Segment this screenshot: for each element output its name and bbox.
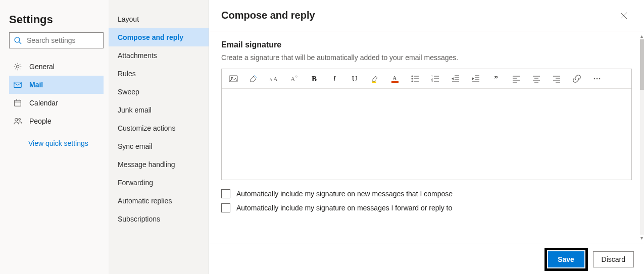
mid-item-sync-email[interactable]: Sync email: [109, 137, 209, 155]
close-button[interactable]: [616, 8, 632, 24]
signature-textarea[interactable]: [222, 89, 631, 180]
mail-icon: [13, 80, 22, 89]
format-painter-icon[interactable]: [249, 74, 258, 83]
check-label: Automatically include my signature on ne…: [236, 190, 453, 198]
svg-point-2: [16, 65, 19, 68]
svg-point-21: [412, 76, 413, 77]
save-button[interactable]: Save: [548, 251, 584, 267]
quote-icon[interactable]: ”: [491, 74, 501, 83]
indent-icon[interactable]: [471, 74, 480, 83]
link-icon[interactable]: [572, 74, 581, 83]
svg-point-53: [594, 78, 596, 80]
settings-sidebar: Settings General Mail Calendar People: [0, 0, 109, 274]
svg-text:3: 3: [431, 80, 433, 83]
svg-rect-20: [391, 81, 399, 83]
mid-item-junk-email[interactable]: Junk email: [109, 101, 209, 119]
gear-icon: [13, 62, 22, 71]
people-icon: [13, 117, 22, 126]
font-color-icon[interactable]: A: [390, 74, 400, 83]
nav-item-general[interactable]: General: [9, 58, 104, 76]
scrollbar-thumb[interactable]: [640, 39, 644, 90]
editor-toolbar: AA A◇ B I U A: [222, 69, 631, 89]
nav-label: Calendar: [29, 99, 58, 107]
italic-icon[interactable]: I: [330, 74, 339, 83]
discard-button[interactable]: Discard: [593, 251, 634, 267]
search-settings-field[interactable]: [9, 32, 104, 48]
highlight-icon[interactable]: [370, 74, 379, 83]
bold-icon[interactable]: B: [310, 74, 319, 83]
font-family-icon[interactable]: AA: [269, 74, 278, 83]
mid-item-layout[interactable]: Layout: [109, 10, 209, 28]
checkbox-forward-reply[interactable]: [221, 203, 230, 212]
underline-icon[interactable]: U: [350, 74, 359, 83]
svg-point-55: [599, 78, 601, 80]
svg-point-8: [15, 119, 18, 121]
settings-nav: General Mail Calendar People: [9, 58, 104, 130]
more-options-icon[interactable]: [592, 74, 602, 83]
view-quick-settings-link[interactable]: View quick settings: [28, 139, 104, 147]
scroll-up-icon[interactable]: ▴: [640, 33, 643, 39]
pane-footer: Save Discard: [209, 244, 644, 274]
search-icon: [14, 36, 22, 44]
mid-item-sweep[interactable]: Sweep: [109, 83, 209, 101]
mail-settings-list: Layout Compose and reply Attachments Rul…: [109, 0, 209, 274]
svg-rect-3: [14, 82, 21, 88]
section-description: Create a signature that will be automati…: [221, 53, 632, 62]
numbered-list-icon[interactable]: 123: [431, 74, 440, 83]
bullet-list-icon[interactable]: [411, 74, 420, 83]
pane-body: Email signature Create a signature that …: [209, 31, 644, 244]
mid-item-subscriptions[interactable]: Subscriptions: [109, 210, 209, 228]
mid-item-compose-reply[interactable]: Compose and reply: [109, 28, 209, 46]
svg-point-13: [231, 77, 233, 79]
calendar-icon: [13, 98, 22, 107]
main-pane: Compose and reply Email signature Create…: [209, 0, 644, 274]
section-title: Email signature: [221, 40, 632, 49]
nav-label: General: [29, 63, 55, 71]
pane-title: Compose and reply: [221, 10, 315, 21]
nav-item-people[interactable]: People: [9, 112, 104, 130]
signature-options: Automatically include my signature on ne…: [221, 189, 632, 212]
insert-image-icon[interactable]: [229, 74, 238, 83]
align-left-icon[interactable]: [512, 74, 521, 83]
settings-title: Settings: [9, 13, 104, 26]
align-right-icon[interactable]: [552, 74, 561, 83]
signature-editor: AA A◇ B I U A: [221, 69, 632, 180]
mid-item-rules[interactable]: Rules: [109, 65, 209, 83]
check-row-new-messages: Automatically include my signature on ne…: [221, 189, 632, 198]
svg-line-1: [19, 42, 21, 44]
outdent-icon[interactable]: [451, 74, 460, 83]
scroll-down-icon[interactable]: ▾: [640, 235, 643, 241]
mid-item-attachments[interactable]: Attachments: [109, 46, 209, 65]
pane-header: Compose and reply: [209, 0, 644, 31]
checkbox-new-messages[interactable]: [221, 189, 230, 198]
mid-item-forwarding[interactable]: Forwarding: [109, 174, 209, 192]
svg-rect-4: [15, 100, 21, 106]
close-icon: [620, 12, 627, 19]
svg-text:A: A: [269, 77, 273, 82]
check-row-forward-reply: Automatically include my signature on me…: [221, 203, 632, 212]
mid-item-message-handling[interactable]: Message handling: [109, 155, 209, 174]
mid-item-customize-actions[interactable]: Customize actions: [109, 119, 209, 137]
font-size-icon[interactable]: A◇: [289, 74, 299, 83]
mid-item-automatic-replies[interactable]: Automatic replies: [109, 192, 209, 210]
svg-point-25: [412, 81, 413, 82]
nav-label: Mail: [29, 81, 43, 89]
svg-point-23: [412, 78, 413, 79]
svg-text:◇: ◇: [295, 75, 298, 78]
check-label: Automatically include my signature on me…: [236, 204, 452, 212]
align-center-icon[interactable]: [532, 74, 541, 83]
svg-text:A: A: [273, 76, 278, 83]
save-button-highlight: Save: [544, 248, 588, 271]
nav-label: People: [29, 117, 52, 125]
svg-point-9: [19, 119, 21, 121]
nav-item-calendar[interactable]: Calendar: [9, 94, 104, 112]
svg-point-0: [15, 37, 20, 42]
svg-point-54: [597, 78, 598, 80]
search-input[interactable]: [26, 36, 99, 45]
nav-item-mail[interactable]: Mail: [9, 76, 104, 94]
svg-text:A: A: [392, 75, 397, 82]
